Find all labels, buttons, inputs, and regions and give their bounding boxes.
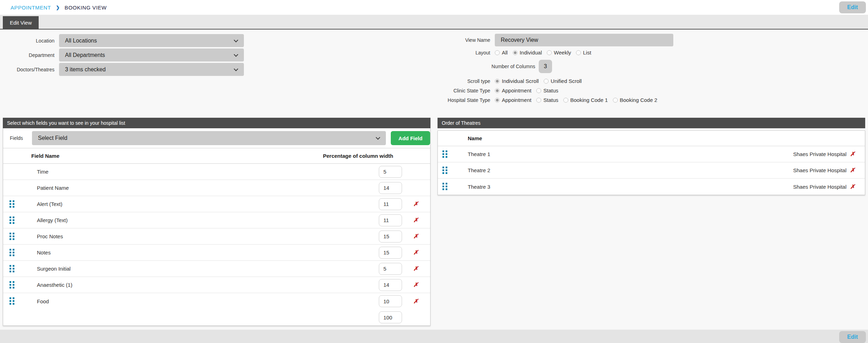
total-percentage-input[interactable] <box>379 311 402 323</box>
field-row: Alert (Text) ✗ <box>3 196 430 212</box>
tab-edit-view[interactable]: Edit View <box>3 16 39 29</box>
doctors-theatres-select[interactable]: 3 items checked <box>59 63 244 76</box>
percentage-input[interactable] <box>379 182 402 194</box>
location-select[interactable]: All Locations <box>59 34 244 47</box>
drag-handle-icon[interactable] <box>9 233 21 240</box>
radio-icon[interactable] <box>536 98 541 103</box>
delete-theatre-icon[interactable]: ✗ <box>850 150 855 158</box>
theatre-row: Theatre 3 Shaes Private Hospital ✗ <box>438 179 865 195</box>
edit-button-top[interactable]: Edit <box>839 1 866 13</box>
clinic-state-type-radio-option[interactable]: Appointment <box>495 88 531 93</box>
percentage-input[interactable] <box>379 166 402 178</box>
hospital-state-type-radio-option[interactable]: Status <box>536 97 558 103</box>
delete-field-icon[interactable]: ✗ <box>413 265 418 272</box>
percentage-input[interactable] <box>379 214 402 226</box>
hospital-state-type-label: Hospital State Type <box>404 97 490 103</box>
theatres-panel: Order of Theatres Name Theatre 1 Shaes P… <box>438 118 865 195</box>
tab-strip: Edit View <box>0 15 868 30</box>
layout-radio-option[interactable]: List <box>576 50 591 56</box>
hospital-state-type-radio-option[interactable]: Appointment <box>495 97 531 103</box>
department-label: Department <box>3 52 54 58</box>
radio-icon[interactable] <box>563 98 568 103</box>
theatre-hospital: Shaes Private Hospital <box>793 151 847 157</box>
drag-handle-icon[interactable] <box>9 200 21 208</box>
scroll-type-label: Scroll type <box>404 78 490 84</box>
radio-icon[interactable] <box>495 98 500 103</box>
clinic-state-type-radio-group: Appointment Status <box>495 88 563 93</box>
drag-handle-icon[interactable] <box>9 281 21 289</box>
edit-button-bottom[interactable]: Edit <box>839 331 866 343</box>
radio-icon[interactable] <box>495 88 500 93</box>
field-select-value: Select Field <box>38 135 67 141</box>
drag-handle-icon[interactable] <box>9 297 21 305</box>
radio-icon[interactable] <box>495 50 500 55</box>
field-name: Food <box>21 298 379 304</box>
field-name: Allergy (Text) <box>21 217 379 223</box>
radio-icon[interactable] <box>495 79 500 84</box>
radio-icon[interactable] <box>536 88 541 93</box>
field-name: Patient Name <box>21 185 379 191</box>
scroll-type-radio-option[interactable]: Unified Scroll <box>544 78 582 84</box>
radio-icon[interactable] <box>613 98 618 103</box>
theatre-name: Theatre 1 <box>454 151 793 157</box>
delete-theatre-icon[interactable]: ✗ <box>850 183 855 190</box>
radio-icon[interactable] <box>544 79 549 84</box>
breadcrumb-parent-link[interactable]: APPOINTMENT <box>11 5 51 11</box>
percentage-input[interactable] <box>379 231 402 242</box>
delete-theatre-icon[interactable]: ✗ <box>850 167 855 174</box>
add-field-button[interactable]: Add Field <box>391 131 430 145</box>
hospital-state-type-radio-option[interactable]: Booking Code 2 <box>613 97 658 103</box>
chevron-down-icon <box>234 52 238 57</box>
percentage-input[interactable] <box>379 295 402 307</box>
field-row: Food ✗ <box>3 293 430 309</box>
theatres-table: Name Theatre 1 Shaes Private Hospital ✗ <box>438 130 865 195</box>
panels-section: Select which fields you want to see in y… <box>3 118 865 326</box>
breadcrumb-chevron-icon: ❯ <box>56 5 60 10</box>
field-name: Surgeon Initial <box>21 266 379 272</box>
field-select[interactable]: Select Field <box>32 131 386 145</box>
layout-radio-option[interactable]: All <box>495 50 508 56</box>
radio-icon[interactable] <box>576 50 581 55</box>
hospital-state-type-radio-option[interactable]: Booking Code 1 <box>563 97 608 103</box>
clinic-state-type-radio-option[interactable]: Status <box>536 88 558 93</box>
fields-table-body: Time ✗ <box>3 164 430 309</box>
theatre-name-column-header: Name <box>438 131 865 146</box>
delete-field-icon[interactable]: ✗ <box>413 217 418 224</box>
percentage-input[interactable] <box>379 198 402 210</box>
layout-radio-option[interactable]: Weekly <box>547 50 571 56</box>
layout-label: Layout <box>404 50 490 56</box>
fields-table: Field Name Percentage of column width Ti… <box>3 148 430 325</box>
number-of-columns-input[interactable]: 3 <box>539 60 552 73</box>
percentage-input[interactable] <box>379 263 402 275</box>
layout-radio-option[interactable]: Individual <box>513 50 542 56</box>
delete-field-icon[interactable]: ✗ <box>413 281 418 288</box>
drag-handle-icon[interactable] <box>9 216 21 224</box>
percentage-column-header: Percentage of column width <box>304 153 413 159</box>
drag-handle-icon[interactable] <box>9 265 21 273</box>
field-row: Notes ✗ <box>3 245 430 261</box>
percentage-input[interactable] <box>379 279 402 291</box>
view-name-input[interactable] <box>495 34 673 46</box>
department-select[interactable]: All Departments <box>59 48 244 62</box>
theatre-name: Theatre 3 <box>454 184 793 190</box>
theatre-hospital: Shaes Private Hospital <box>793 184 847 190</box>
delete-field-icon[interactable]: ✗ <box>413 249 418 256</box>
drag-handle-icon[interactable] <box>442 183 454 190</box>
fields-panel: Select which fields you want to see in y… <box>3 118 430 326</box>
radio-icon[interactable] <box>547 50 552 55</box>
drag-handle-icon[interactable] <box>442 150 454 158</box>
field-row: Anaesthetic (1) ✗ <box>3 277 430 293</box>
radio-icon[interactable] <box>513 50 518 55</box>
drag-handle-icon[interactable] <box>9 249 21 257</box>
delete-field-icon[interactable]: ✗ <box>413 233 418 240</box>
department-select-value: All Departments <box>65 52 105 58</box>
content-area: Location All Locations Department All De… <box>0 30 868 330</box>
delete-field-icon[interactable]: ✗ <box>413 201 418 207</box>
theatre-row: Theatre 2 Shaes Private Hospital ✗ <box>438 162 865 179</box>
view-name-label: View Name <box>404 37 490 43</box>
percentage-input[interactable] <box>379 247 402 259</box>
drag-handle-icon[interactable] <box>442 167 454 174</box>
scroll-type-radio-option[interactable]: Individual Scroll <box>495 78 539 84</box>
theatre-row: Theatre 1 Shaes Private Hospital ✗ <box>438 146 865 162</box>
delete-field-icon[interactable]: ✗ <box>413 298 418 305</box>
